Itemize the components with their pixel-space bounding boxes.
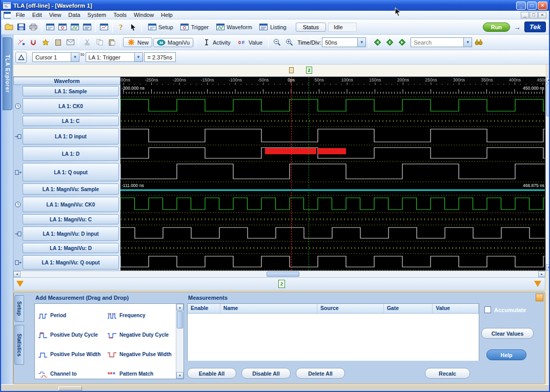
save-icon[interactable] (15, 22, 27, 33)
mdi-close-button[interactable]: × (538, 12, 546, 18)
measurement-item[interactable]: Period (36, 306, 106, 325)
magnet-icon[interactable] (28, 37, 39, 48)
value-button[interactable]: 0F Value (235, 38, 266, 47)
range-marker-right[interactable] (534, 281, 541, 287)
waveform-button[interactable]: Waveform (213, 23, 255, 31)
chevron-down-icon[interactable]: ▼ (71, 53, 79, 61)
menu-edit[interactable]: Edit (29, 11, 46, 18)
waveform-column-header[interactable]: Waveform (13, 77, 120, 85)
magnivu-button[interactable]: M MagniVu (153, 38, 193, 47)
enable-all-button[interactable]: Enable All (187, 368, 236, 379)
search-select[interactable]: Search ▼ (411, 37, 472, 47)
waveform-row-label[interactable]: LA 1: D (23, 147, 119, 161)
overview-slider[interactable]: 2 (13, 277, 545, 291)
waveform-row-label[interactable]: LA 1: Sample (23, 86, 119, 96)
recalc-button[interactable]: Recalc (425, 368, 470, 379)
measurement-item[interactable]: Negative Duty Cycle (106, 325, 175, 345)
status-window-icon[interactable] (98, 22, 110, 33)
scroll-left-icon[interactable]: ◄ (13, 271, 21, 277)
waveform-row-label[interactable]: LA 1: MagniVu: D input (23, 226, 119, 241)
cursor1-select[interactable]: Cursor 1 ▼ (32, 52, 79, 62)
listing-window-icon[interactable] (82, 22, 93, 33)
timediv-select[interactable]: 50ns ▼ (322, 37, 366, 47)
horizontal-scrollbar[interactable]: ◄ ► (13, 271, 545, 277)
column-header-gate[interactable]: Gate (384, 304, 433, 313)
chevron-down-icon[interactable]: ▼ (357, 38, 365, 47)
scroll-thumb[interactable] (267, 272, 299, 277)
cursor-ref-select[interactable]: LA 1: Trigger ▼ (86, 52, 143, 62)
pointer-icon[interactable] (128, 22, 139, 33)
cursor2-marker[interactable]: 2 (306, 67, 312, 74)
measurements-table-body[interactable] (188, 314, 479, 361)
waveform-row-label[interactable]: LA 1: D input (23, 128, 119, 145)
accumulate-checkbox[interactable] (484, 306, 491, 313)
menu-view[interactable]: View (46, 11, 65, 18)
waveform-row-label[interactable]: LA 1: MagniVu: D (23, 243, 119, 253)
new-button[interactable]: New (123, 37, 152, 47)
waveform-trace[interactable] (120, 213, 545, 225)
trigger-jump-icon[interactable] (384, 37, 395, 48)
zoom-in-icon[interactable] (283, 37, 295, 48)
waveform-trace[interactable] (120, 225, 545, 242)
cursor2-slider-marker[interactable]: 2 (278, 280, 285, 288)
zoom-out-icon[interactable] (271, 37, 282, 48)
menu-data[interactable]: Data (65, 11, 84, 18)
probe-icon[interactable] (15, 37, 27, 48)
mdi-minimize-button[interactable]: _ (521, 12, 529, 18)
menu-tools[interactable]: Tools (110, 11, 130, 18)
run-button[interactable]: Run (483, 23, 510, 32)
waveform-row-label[interactable]: LA 1: MagniVu: C (23, 214, 119, 224)
copy-icon[interactable] (94, 37, 105, 48)
accumulate-option[interactable]: Accumulate (484, 306, 526, 313)
tla-explorer-tab[interactable]: TLA Explorer (3, 37, 12, 110)
help-button[interactable]: Help (486, 349, 526, 360)
waveform-trace[interactable] (120, 97, 545, 115)
waveform-trace[interactable] (120, 162, 545, 182)
waveform-trace[interactable] (120, 242, 545, 254)
measurement-item[interactable]: ***Pattern Match (106, 364, 175, 379)
menu-window[interactable]: Window (130, 11, 157, 18)
minimize-button[interactable]: _ (516, 2, 526, 10)
column-header-value[interactable]: Value (433, 304, 479, 313)
vertical-scrollbar[interactable]: ▲ ▼ (545, 77, 550, 271)
cut-icon[interactable] (82, 37, 93, 48)
clear-values-button[interactable]: Clear Values (481, 328, 534, 339)
measurement-list-scrollbar[interactable]: ▲ ▼ (176, 304, 184, 379)
help-icon[interactable]: ? (115, 22, 127, 33)
restore-button[interactable]: □ (527, 2, 537, 10)
measurement-item[interactable]: Positive Pulse Width (36, 345, 106, 364)
tab-setup[interactable]: Setup (14, 295, 24, 322)
print-icon[interactable] (28, 22, 39, 33)
find-icon[interactable] (473, 37, 484, 48)
jump-back-icon[interactable] (372, 37, 383, 48)
paste-icon[interactable] (106, 37, 117, 48)
column-header-source[interactable]: Source (317, 304, 384, 313)
scroll-thumb[interactable] (546, 84, 550, 116)
waveform-row-label[interactable]: LA 1: MagniVu: Q ouput (23, 255, 119, 270)
scroll-up-icon[interactable]: ▲ (176, 304, 184, 311)
menu-system[interactable]: System (84, 11, 110, 18)
waveform-row-label[interactable]: LA 1: C (23, 116, 119, 126)
delete-all-button[interactable]: Delete All (296, 368, 345, 379)
chevron-down-icon[interactable]: ▼ (463, 38, 472, 47)
listing-button[interactable]: Listing (256, 23, 290, 31)
trigger-window-icon[interactable] (57, 22, 68, 33)
waveform-row-label[interactable]: LA 1: CK0 (23, 98, 119, 114)
waveform-row-label[interactable]: LA 1: MagniVu: Sample (23, 183, 119, 195)
waveform-window-icon[interactable] (69, 22, 80, 33)
close-button[interactable]: × (538, 2, 547, 10)
tab-statistics[interactable]: Statistics (14, 325, 24, 365)
waveform-row-label[interactable]: LA 1: MagniVu: CK0 (23, 197, 119, 212)
disable-all-button[interactable]: Disable All (241, 368, 291, 379)
waveform-trace[interactable]: -300.000 ns450.000 ns (120, 85, 545, 97)
menu-help[interactable]: Help (157, 11, 176, 18)
activity-button[interactable]: Activity (199, 38, 234, 47)
mdi-restore-button[interactable]: □ (529, 12, 538, 18)
waveform-trace[interactable] (120, 115, 545, 127)
delta-icon[interactable] (15, 52, 27, 63)
star-icon[interactable] (40, 37, 51, 48)
setup-button[interactable]: Setup (145, 23, 176, 31)
cursor-delta-field[interactable]: = 2.375ns (144, 52, 176, 62)
measurement-item[interactable]: Negative Pulse Width (106, 345, 175, 364)
panel-options-button[interactable] (536, 294, 543, 301)
